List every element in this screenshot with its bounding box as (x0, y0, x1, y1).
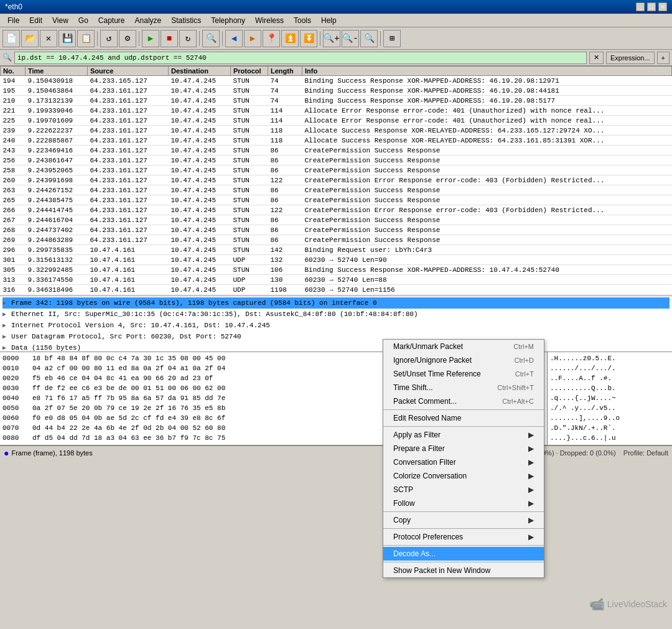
first-packet-button[interactable]: ⏫ (281, 30, 299, 47)
table-row[interactable]: 2399.22262223764.233.161.12710.47.4.245S… (1, 126, 672, 136)
new-capture-button[interactable]: 📄 (2, 30, 20, 47)
detail-row[interactable]: ▶Frame 342: 1198 bytes on wire (9584 bit… (2, 297, 670, 309)
stop-capture-button[interactable]: ■ (161, 30, 178, 47)
cell-dst: 10.47.4.245 (169, 86, 231, 96)
table-row[interactable]: 2679.24461670464.233.161.12710.47.4.245S… (1, 215, 672, 225)
expression-button[interactable]: Expression... (606, 52, 655, 64)
detail-row[interactable]: ▶User Datagram Protocol, Src Port: 60230… (2, 331, 670, 342)
menu-telephony[interactable]: Telephony (206, 15, 250, 26)
detail-row[interactable]: ▶Data (1156 bytes) (2, 342, 670, 352)
menu-go[interactable]: Go (73, 15, 93, 26)
table-row[interactable]: 2259.19970160964.233.161.12710.47.4.245S… (1, 116, 672, 126)
cell-time: 9.244267152 (26, 185, 88, 195)
table-row[interactable]: 2969.29973583510.47.4.16110.47.4.245STUN… (1, 245, 672, 255)
menu-statistics[interactable]: Statistics (166, 15, 206, 26)
context-menu-item[interactable]: Apply as Filter▶ (383, 428, 544, 442)
context-menu-item[interactable]: Prepare a Filter▶ (383, 442, 544, 455)
table-row[interactable]: 2669.24441474564.233.161.12710.47.4.245S… (1, 205, 672, 215)
options-button[interactable]: ⚙ (119, 30, 136, 47)
maximize-button[interactable]: □ (647, 2, 656, 11)
menu-analyze[interactable]: Analyze (130, 15, 167, 26)
menu-tools[interactable]: Tools (289, 15, 316, 26)
filter-clear-button[interactable]: ✕ (589, 52, 604, 64)
context-menu-item[interactable]: Mark/Unmark PacketCtrl+M (383, 340, 544, 353)
table-row[interactable]: 2409.22288586764.233.161.12710.47.4.245S… (1, 136, 672, 146)
menu-capture[interactable]: Capture (93, 15, 130, 26)
cell-dst: 10.47.4.245 (169, 255, 231, 265)
menu-file[interactable]: File (2, 15, 24, 26)
detail-row[interactable]: ▶Ethernet II, Src: SuperMic_30:1c:35 (0c… (2, 309, 670, 320)
cell-src: 64.233.161.127 (88, 235, 169, 245)
status-left: ● Frame (frame), 1198 bytes (4, 448, 93, 458)
filter-input[interactable] (14, 52, 587, 64)
table-row[interactable]: 2639.24426715264.233.161.12710.47.4.245S… (1, 185, 672, 195)
cell-time: 9.243952065 (26, 165, 88, 175)
start-capture-button[interactable]: ▶ (142, 30, 159, 47)
filter-button[interactable]: 🔍 (202, 30, 220, 47)
context-menu-item[interactable]: Edit Resolved Name (383, 411, 544, 425)
table-row[interactable]: 2589.24395206564.233.161.12710.47.4.245S… (1, 165, 672, 175)
close-button[interactable]: ✕ (40, 30, 57, 47)
table-row[interactable]: 1949.15043091864.233.165.12710.47.4.245S… (1, 76, 672, 86)
zoom-normal-button[interactable]: 🔍 (360, 30, 378, 47)
menu-help[interactable]: Help (316, 15, 342, 26)
resize-columns-button[interactable]: ⊞ (383, 30, 401, 47)
table-row[interactable]: 2699.24486328964.233.161.12710.47.4.245S… (1, 235, 672, 245)
forward-button[interactable]: ▶ (244, 30, 261, 47)
menu-item-label: Edit Resolved Name (393, 414, 461, 422)
open-button[interactable]: 📂 (21, 30, 39, 47)
table-row[interactable]: 2689.24473740264.233.161.12710.47.4.245S… (1, 225, 672, 235)
cell-no: 301 (1, 255, 26, 265)
context-menu-item[interactable]: Conversation Filter▶ (383, 455, 544, 459)
cell-src: 10.47.4.161 (88, 285, 169, 295)
hex-ascii-row: ..........Q...b. (550, 383, 670, 393)
table-row[interactable]: 2609.24399169864.233.161.12710.47.4.245S… (1, 175, 672, 185)
context-menu-item[interactable]: Ignore/Unignore PacketCtrl+D (383, 353, 544, 367)
table-row[interactable]: 2219.19933904664.233.161.12710.47.4.245S… (1, 106, 672, 116)
detail-row[interactable]: ▶Internet Protocol Version 4, Src: 10.47… (2, 320, 670, 331)
cell-dst: 10.47.4.245 (169, 185, 231, 195)
table-row[interactable]: 3059.32299248510.47.4.16110.47.4.245STUN… (1, 265, 672, 275)
close-button[interactable]: × (658, 2, 667, 11)
minimize-button[interactable]: _ (636, 2, 645, 11)
cell-proto: STUN (231, 265, 268, 275)
context-menu-item[interactable]: Time Shift...Ctrl+Shift+T (383, 381, 544, 394)
cell-no: 195 (1, 86, 26, 96)
table-row[interactable]: 2659.24438547564.233.161.12710.47.4.245S… (1, 195, 672, 205)
hex-ascii: .H......z0.5..E. (550, 355, 616, 362)
zoom-out-button[interactable]: 🔍- (342, 30, 359, 47)
menu-view[interactable]: View (47, 15, 73, 26)
filter-add-button[interactable]: + (657, 52, 670, 64)
table-row[interactable]: 2439.22346941664.233.161.12710.47.4.245S… (1, 146, 672, 156)
status-profile: Profile: Default (623, 449, 668, 457)
restart-button[interactable]: ↻ (179, 30, 197, 47)
cell-len: 132 (268, 255, 302, 265)
detail-text: User Datagram Protocol, Src Port: 60230,… (11, 333, 241, 340)
reload-button[interactable]: ↺ (100, 30, 118, 47)
context-menu-item[interactable]: Set/Unset Time ReferenceCtrl+T (383, 367, 544, 381)
packet-rows[interactable]: 1949.15043091864.233.165.12710.47.4.245S… (1, 76, 672, 297)
table-row[interactable]: 3019.31561313210.47.4.16110.47.4.245UDP1… (1, 255, 672, 265)
table-row[interactable]: 3169.34631849610.47.4.16110.47.4.245UDP1… (1, 285, 672, 295)
zoom-in-button[interactable]: 🔍+ (323, 30, 340, 47)
table-row[interactable]: 3139.33617455010.47.4.16110.47.4.245UDP1… (1, 275, 672, 285)
cell-time: 9.150463864 (26, 86, 88, 96)
context-menu-item[interactable]: Packet Comment...Ctrl+Alt+C (383, 394, 544, 408)
packet-list[interactable]: No. Time Source Destination Protocol Len… (0, 66, 672, 296)
last-packet-button[interactable]: ⏬ (300, 30, 317, 47)
packet-detail[interactable]: ▶Frame 342: 1198 bytes on wire (9584 bit… (0, 296, 672, 352)
table-row[interactable]: 1959.15046386464.233.161.12710.47.4.245S… (1, 86, 672, 96)
menu-edit[interactable]: Edit (24, 15, 47, 26)
hex-offset: 0010 (2, 365, 27, 372)
menu-wireless[interactable]: Wireless (250, 15, 289, 26)
detail-text: Ethernet II, Src: SuperMic_30:1c:35 (0c:… (11, 310, 418, 318)
goto-button[interactable]: 📍 (263, 30, 280, 47)
table-row[interactable]: 2109.17313213964.233.161.12710.47.4.245S… (1, 96, 672, 106)
table-row[interactable]: 2569.24386164764.233.161.12710.47.4.245S… (1, 156, 672, 165)
save-as-button[interactable]: 📋 (77, 30, 95, 47)
back-button[interactable]: ◀ (225, 30, 243, 47)
cell-time: 9.243991698 (26, 175, 88, 185)
cell-len: 74 (268, 96, 302, 106)
window-controls[interactable]: _ □ × (636, 2, 667, 11)
save-button[interactable]: 💾 (58, 30, 76, 47)
